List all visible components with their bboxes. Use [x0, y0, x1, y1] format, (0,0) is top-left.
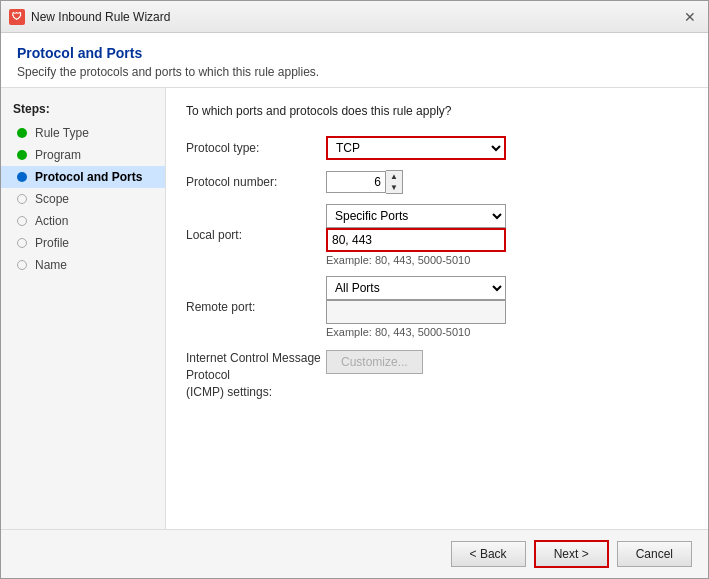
sidebar-item-action[interactable]: Action [1, 210, 165, 232]
back-button[interactable]: < Back [451, 541, 526, 567]
protocol-number-row: Protocol number: ▲ ▼ [186, 170, 688, 194]
sidebar-item-label: Program [35, 148, 81, 162]
step-dot [17, 194, 27, 204]
wizard-window: 🛡 New Inbound Rule Wizard ✕ Protocol and… [0, 0, 709, 579]
remote-port-example: Example: 80, 443, 5000-5010 [326, 326, 688, 338]
remote-port-row: Remote port: All Ports Specific Ports Ex… [186, 276, 688, 338]
sidebar-item-label: Name [35, 258, 67, 272]
sidebar-item-label: Rule Type [35, 126, 89, 140]
main-panel: To which ports and protocols does this r… [166, 88, 708, 529]
local-port-select[interactable]: Any Port Specific Ports RPC RPC Endpoint… [326, 204, 506, 228]
local-port-input[interactable] [326, 228, 506, 252]
sidebar-item-program[interactable]: Program [1, 144, 165, 166]
sidebar-item-scope[interactable]: Scope [1, 188, 165, 210]
main-question: To which ports and protocols does this r… [186, 104, 688, 118]
protocol-type-label: Protocol type: [186, 141, 326, 155]
page-title: Protocol and Ports [17, 45, 692, 61]
remote-port-label: Remote port: [186, 300, 326, 314]
header-section: Protocol and Ports Specify the protocols… [1, 33, 708, 88]
cancel-button[interactable]: Cancel [617, 541, 692, 567]
sidebar: Steps: Rule Type Program Protocol and Po… [1, 88, 166, 529]
page-subtitle: Specify the protocols and ports to which… [17, 65, 692, 79]
local-port-label: Local port: [186, 228, 326, 242]
next-button[interactable]: Next > [534, 540, 609, 568]
protocol-number-spinner: ▲ ▼ [326, 170, 403, 194]
icmp-row: Internet Control Message Protocol(ICMP) … [186, 350, 688, 400]
step-dot [17, 172, 27, 182]
sidebar-item-label: Protocol and Ports [35, 170, 142, 184]
protocol-type-row: Protocol type: TCP UDP ICMPv4 ICMPv6 Any [186, 136, 688, 160]
step-dot [17, 216, 27, 226]
icmp-label: Internet Control Message Protocol(ICMP) … [186, 350, 326, 400]
remote-port-input[interactable] [326, 300, 506, 324]
sidebar-item-profile[interactable]: Profile [1, 232, 165, 254]
protocol-number-input[interactable] [326, 171, 386, 193]
sidebar-item-label: Profile [35, 236, 69, 250]
spinner-down-button[interactable]: ▼ [386, 182, 402, 193]
sidebar-item-protocol-ports[interactable]: Protocol and Ports [1, 166, 165, 188]
close-button[interactable]: ✕ [680, 7, 700, 27]
local-port-row: Local port: Any Port Specific Ports RPC … [186, 204, 688, 266]
protocol-number-label: Protocol number: [186, 175, 326, 189]
title-bar: 🛡 New Inbound Rule Wizard ✕ [1, 1, 708, 33]
steps-label: Steps: [1, 98, 165, 122]
step-dot [17, 150, 27, 160]
content-area: Steps: Rule Type Program Protocol and Po… [1, 88, 708, 529]
step-dot [17, 260, 27, 270]
customize-button: Customize... [326, 350, 423, 374]
sidebar-item-label: Action [35, 214, 68, 228]
spinner-up-button[interactable]: ▲ [386, 171, 402, 182]
step-dot [17, 128, 27, 138]
window-title: New Inbound Rule Wizard [31, 10, 170, 24]
step-dot [17, 238, 27, 248]
sidebar-item-rule-type[interactable]: Rule Type [1, 122, 165, 144]
remote-port-select[interactable]: All Ports Specific Ports [326, 276, 506, 300]
local-port-example: Example: 80, 443, 5000-5010 [326, 254, 688, 266]
sidebar-item-label: Scope [35, 192, 69, 206]
footer: < Back Next > Cancel [1, 529, 708, 578]
window-icon: 🛡 [9, 9, 25, 25]
protocol-type-select[interactable]: TCP UDP ICMPv4 ICMPv6 Any [326, 136, 506, 160]
sidebar-item-name[interactable]: Name [1, 254, 165, 276]
